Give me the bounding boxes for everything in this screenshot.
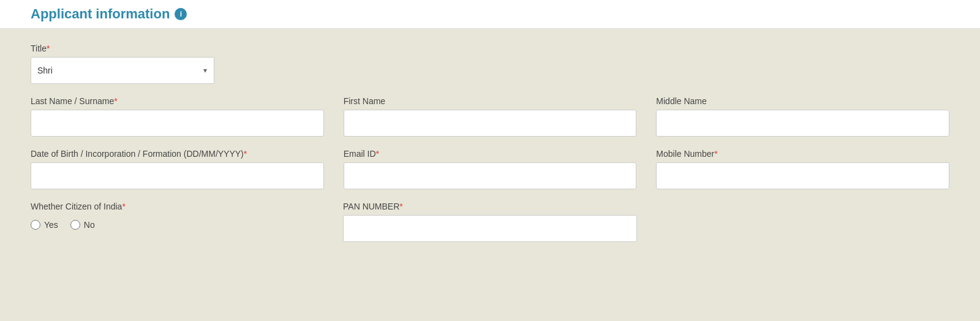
- middle-name-label: Middle Name: [656, 96, 949, 106]
- dob-required-star: *: [244, 149, 247, 159]
- mobile-group: Mobile Number*: [656, 149, 949, 189]
- title-select[interactable]: Shri Smt Kumari Dr Mr Mrs Ms: [31, 57, 214, 84]
- pan-required-star: *: [399, 202, 402, 211]
- last-name-input[interactable]: [31, 110, 324, 137]
- dob-email-mobile-row: Date of Birth / Incorporation / Formatio…: [31, 149, 949, 189]
- citizen-no-label[interactable]: No: [70, 220, 95, 230]
- last-name-group: Last Name / Surname*: [31, 96, 324, 137]
- section-header: Applicant information i: [0, 0, 980, 29]
- citizen-yes-label[interactable]: Yes: [31, 220, 58, 230]
- title-required-star: *: [47, 43, 50, 53]
- dob-input[interactable]: [31, 162, 324, 189]
- pan-label: PAN NUMBER*: [343, 202, 637, 211]
- title-row: Title* Shri Smt Kumari Dr Mr Mrs Ms ▾: [31, 43, 949, 84]
- mobile-input[interactable]: [656, 162, 949, 189]
- info-icon[interactable]: i: [175, 8, 187, 20]
- mobile-label: Mobile Number*: [656, 149, 949, 159]
- middle-name-group: Middle Name: [656, 96, 949, 137]
- citizen-no-text: No: [84, 220, 95, 230]
- page-container: Applicant information i Title* Shri Smt …: [0, 0, 980, 321]
- mobile-required-star: *: [714, 149, 717, 159]
- spacer-group: [657, 202, 949, 242]
- section-title: Applicant information: [31, 6, 170, 22]
- email-input[interactable]: [344, 162, 637, 189]
- middle-name-input[interactable]: [656, 110, 949, 137]
- pan-group: PAN NUMBER*: [343, 202, 637, 242]
- citizen-pan-row: Whether Citizen of India* Yes No PAN NUM…: [31, 202, 949, 242]
- first-name-input[interactable]: [344, 110, 637, 137]
- name-row: Last Name / Surname* First Name Middle N…: [31, 96, 949, 137]
- title-select-wrapper: Shri Smt Kumari Dr Mr Mrs Ms ▾: [31, 57, 214, 84]
- dob-group: Date of Birth / Incorporation / Formatio…: [31, 149, 324, 189]
- citizen-radio-group: Yes No: [31, 220, 323, 230]
- email-required-star: *: [376, 149, 379, 159]
- form-section: Title* Shri Smt Kumari Dr Mr Mrs Ms ▾ La…: [0, 29, 980, 321]
- citizen-yes-radio[interactable]: [31, 220, 40, 230]
- first-name-label: First Name: [344, 96, 637, 106]
- citizen-label: Whether Citizen of India*: [31, 202, 323, 211]
- pan-input[interactable]: [343, 215, 637, 242]
- email-label: Email ID*: [344, 149, 637, 159]
- citizen-yes-text: Yes: [44, 220, 58, 230]
- title-label: Title*: [31, 43, 949, 53]
- email-group: Email ID*: [344, 149, 637, 189]
- first-name-group: First Name: [344, 96, 637, 137]
- last-name-required-star: *: [114, 96, 117, 106]
- last-name-label: Last Name / Surname*: [31, 96, 324, 106]
- citizen-group: Whether Citizen of India* Yes No: [31, 202, 323, 242]
- dob-label: Date of Birth / Incorporation / Formatio…: [31, 149, 324, 159]
- citizen-no-radio[interactable]: [70, 220, 80, 230]
- citizen-required-star: *: [122, 202, 125, 211]
